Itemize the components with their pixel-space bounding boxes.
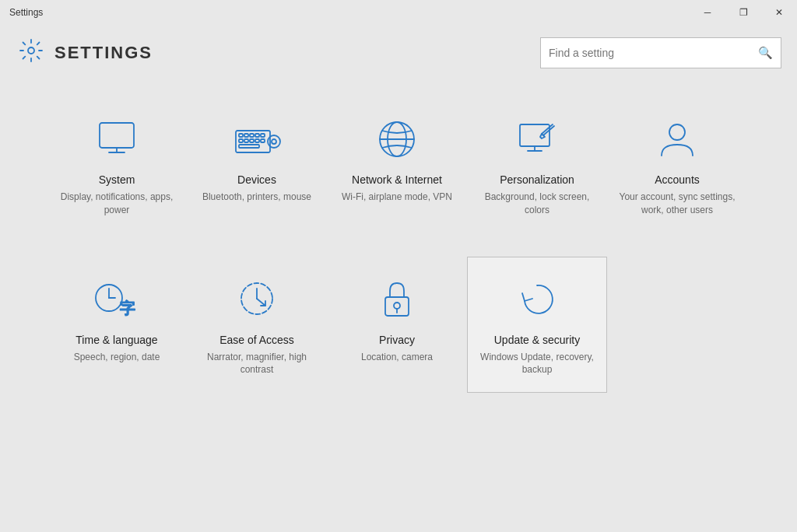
settings-row-2: 字 Time & language Speech, region, date E… <box>47 257 766 394</box>
svg-rect-8 <box>255 134 259 137</box>
accounts-title: Accounts <box>655 173 700 186</box>
svg-rect-14 <box>261 139 265 142</box>
svg-rect-11 <box>244 139 248 142</box>
minimize-button[interactable]: ─ <box>690 0 725 25</box>
svg-rect-12 <box>250 139 254 142</box>
personalization-desc: Background, lock screen, colors <box>476 191 599 217</box>
privacy-desc: Location, camera <box>361 351 433 364</box>
gear-icon <box>19 38 44 68</box>
svg-rect-21 <box>520 124 549 146</box>
privacy-title: Privacy <box>379 334 415 346</box>
settings-item-update[interactable]: Update & security Windows Update, recove… <box>467 257 607 394</box>
update-title: Update & security <box>494 334 581 346</box>
svg-point-0 <box>28 47 34 54</box>
personalization-icon <box>511 113 564 166</box>
network-icon <box>370 113 423 166</box>
page-title: SETTINGS <box>54 43 153 63</box>
system-title: System <box>99 173 135 186</box>
svg-point-26 <box>669 124 685 140</box>
devices-icon <box>230 113 283 166</box>
window-title: Settings <box>9 7 43 18</box>
header: SETTINGS 🔍 <box>0 25 797 81</box>
settings-item-time[interactable]: 字 Time & language Speech, region, date <box>47 257 187 394</box>
ease-desc: Narrator, magnifier, high contrast <box>195 351 318 377</box>
svg-rect-13 <box>255 139 259 142</box>
svg-rect-7 <box>250 134 254 137</box>
settings-item-privacy[interactable]: Privacy Location, camera <box>327 257 467 394</box>
window-controls: ─ ❐ ✕ <box>690 0 797 25</box>
settings-item-system[interactable]: System Display, notifications, apps, pow… <box>47 96 187 233</box>
maximize-button[interactable]: ❐ <box>725 0 761 25</box>
svg-rect-9 <box>261 134 265 137</box>
settings-row-1: System Display, notifications, apps, pow… <box>47 96 766 233</box>
settings-item-ease[interactable]: Ease of Access Narrator, magnifier, high… <box>187 257 327 394</box>
title-bar: Settings ─ ❐ ✕ <box>0 0 797 25</box>
close-button[interactable]: ✕ <box>761 0 797 25</box>
network-desc: Wi-Fi, airplane mode, VPN <box>342 191 452 204</box>
privacy-icon <box>370 273 423 326</box>
settings-item-devices[interactable]: Devices Bluetooth, printers, mouse <box>187 96 327 233</box>
devices-title: Devices <box>237 173 276 186</box>
svg-point-35 <box>394 303 400 309</box>
svg-point-17 <box>272 139 276 144</box>
time-desc: Speech, region, date <box>74 351 160 364</box>
time-icon: 字 <box>90 273 143 326</box>
search-input[interactable] <box>549 47 753 59</box>
devices-desc: Bluetooth, printers, mouse <box>202 191 311 204</box>
svg-rect-10 <box>239 139 243 142</box>
header-left: SETTINGS <box>19 38 153 68</box>
ease-icon <box>230 273 283 326</box>
svg-line-33 <box>257 299 265 306</box>
system-icon <box>90 113 143 166</box>
system-desc: Display, notifications, apps, power <box>55 191 178 217</box>
search-box[interactable]: 🔍 <box>540 37 781 68</box>
settings-item-accounts[interactable]: Accounts Your account, sync settings, wo… <box>607 96 747 233</box>
svg-rect-5 <box>239 134 243 137</box>
settings-item-personalization[interactable]: Personalization Background, lock screen,… <box>467 96 607 233</box>
svg-rect-6 <box>244 134 248 137</box>
personalization-title: Personalization <box>500 173 574 186</box>
update-icon <box>511 273 564 326</box>
accounts-desc: Your account, sync settings, work, other… <box>616 191 739 217</box>
svg-rect-1 <box>100 123 134 148</box>
network-title: Network & Internet <box>352 173 442 186</box>
search-icon: 🔍 <box>758 46 773 60</box>
svg-rect-15 <box>239 145 259 148</box>
svg-text:字: 字 <box>120 299 135 317</box>
accounts-icon <box>651 113 704 166</box>
update-desc: Windows Update, recovery, backup <box>476 351 599 377</box>
time-title: Time & language <box>75 334 157 346</box>
ease-title: Ease of Access <box>219 334 294 346</box>
main-content: System Display, notifications, apps, pow… <box>0 81 797 408</box>
settings-item-network[interactable]: Network & Internet Wi-Fi, airplane mode,… <box>327 96 467 233</box>
